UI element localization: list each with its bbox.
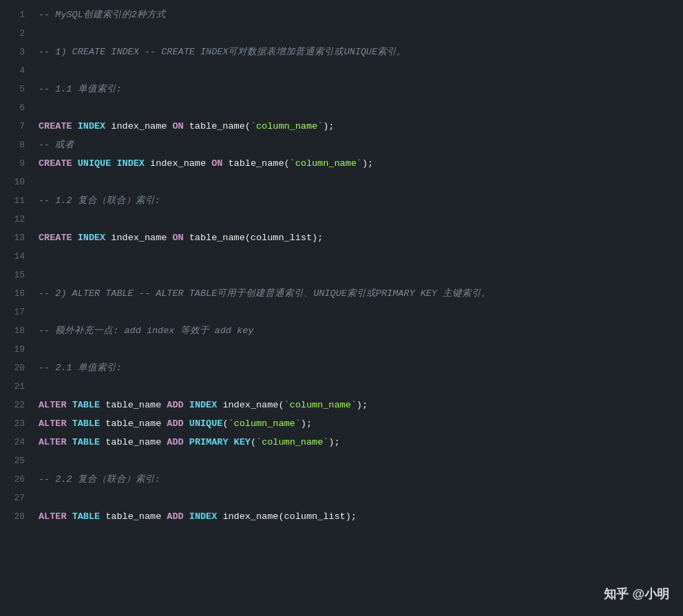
code-line: ALTER TABLE table_name ADD PRIMARY KEY(`… [39, 433, 683, 452]
line-number: 22 [0, 396, 33, 414]
identifier-token: table_name [100, 511, 167, 522]
comment-text: -- MySQL创建索引的2种方式 [39, 10, 166, 20]
comment-text: -- 额外补充一点: add index 等效于 add key [39, 326, 253, 336]
backtick-col-token: `column_name` [229, 418, 301, 429]
identifier-token [72, 233, 78, 243]
backtick-col-token: `column_name` [251, 121, 323, 131]
code-line: -- 1.2 复合（联合）索引: [39, 191, 683, 210]
line-number: 11 [0, 191, 33, 210]
keyword-alter-token: ALTER [39, 400, 67, 410]
identifier-token: index_name( [217, 400, 284, 410]
keyword-table-token: TABLE [72, 418, 101, 429]
line-numbers: 1234567891011121314151617181920212223242… [0, 0, 33, 616]
identifier-token [72, 158, 78, 169]
code-line: ALTER TABLE table_name ADD INDEX index_n… [39, 396, 683, 414]
identifier-token: ); [301, 418, 312, 429]
identifier-token [67, 511, 72, 522]
comment-text: -- 或者 [39, 140, 74, 150]
identifier-token: index_name [145, 158, 211, 169]
line-number: 8 [0, 136, 33, 154]
keyword-on-token: ON [172, 233, 183, 243]
keyword-table-token: TABLE [72, 437, 101, 447]
watermark: 知乎 @小明 [604, 586, 669, 602]
line-number: 16 [0, 284, 33, 303]
identifier-token: ); [323, 121, 334, 131]
line-number: 26 [0, 470, 33, 489]
line-number: 9 [0, 154, 33, 173]
line-number: 1 [0, 6, 33, 24]
code-line [39, 247, 683, 266]
code-line [39, 266, 683, 284]
code-line: CREATE INDEX index_name ON table_name(co… [39, 229, 683, 247]
keyword-add-token: ADD [167, 418, 183, 429]
keyword-add-token: ADD [167, 400, 183, 410]
keyword-index-token: INDEX [189, 511, 218, 522]
code-line [39, 489, 683, 507]
identifier-token [229, 437, 234, 447]
identifier-token: index_name(column_list); [217, 511, 357, 522]
identifier-token: ); [357, 400, 368, 410]
line-number: 28 [0, 507, 33, 526]
identifier-token [67, 418, 72, 429]
code-line: CREATE INDEX index_name ON table_name(`c… [39, 117, 683, 136]
code-line [39, 98, 683, 117]
line-number: 2 [0, 24, 33, 43]
line-number: 23 [0, 414, 33, 433]
backtick-col-token: `column_name` [256, 437, 328, 447]
line-number: 12 [0, 210, 33, 229]
code-line: -- 1) CREATE INDEX -- CREATE INDEX可对数据表增… [39, 43, 683, 61]
code-line: -- 2.2 复合（联合）索引: [39, 470, 683, 489]
comment-text: -- 2.1 单值索引: [39, 363, 122, 373]
keyword-create-token: CREATE [39, 121, 72, 131]
keyword-add-token: ADD [167, 511, 183, 522]
keyword-key-token: KEY [234, 437, 251, 447]
identifier-token: ( [251, 437, 256, 447]
comment-text: -- 1.1 单值索引: [39, 84, 122, 94]
line-number: 18 [0, 321, 33, 340]
code-editor: 1234567891011121314151617181920212223242… [0, 0, 683, 616]
code-content: -- MySQL创建索引的2种方式-- 1) CREATE INDEX -- C… [33, 0, 683, 616]
identifier-token: table_name( [222, 158, 289, 169]
identifier-token [67, 437, 72, 447]
keyword-alter-token: ALTER [39, 437, 67, 447]
code-line: -- 2.1 单值索引: [39, 359, 683, 377]
keyword-create-token: CREATE [39, 233, 72, 243]
code-line: -- 或者 [39, 136, 683, 154]
code-line [39, 173, 683, 191]
code-line [39, 210, 683, 229]
line-number: 20 [0, 359, 33, 377]
keyword-index-token: INDEX [116, 158, 145, 169]
code-line: ALTER TABLE table_name ADD UNIQUE(`colum… [39, 414, 683, 433]
line-number: 17 [0, 303, 33, 321]
line-number: 10 [0, 173, 33, 191]
keyword-on-token: ON [211, 158, 222, 169]
identifier-token: table_name [100, 400, 167, 410]
identifier-token: ( [222, 418, 228, 429]
code-line [39, 303, 683, 321]
backtick-col-token: `column_name` [290, 158, 362, 169]
line-number: 27 [0, 489, 33, 507]
keyword-alter-token: ALTER [39, 418, 67, 429]
identifier-token [72, 121, 78, 131]
identifier-token [184, 511, 189, 522]
line-number: 3 [0, 43, 33, 61]
line-number: 4 [0, 61, 33, 80]
identifier-token: table_name [100, 437, 167, 447]
line-number: 6 [0, 98, 33, 117]
identifier-token [184, 418, 189, 429]
line-number: 15 [0, 266, 33, 284]
keyword-primary-token: PRIMARY [189, 437, 229, 447]
comment-text: -- 2.2 复合（联合）索引: [39, 474, 160, 485]
identifier-token [184, 437, 189, 447]
code-line [39, 61, 683, 80]
code-line [39, 377, 683, 396]
line-number: 14 [0, 247, 33, 266]
line-number: 7 [0, 117, 33, 136]
identifier-token: ); [362, 158, 373, 169]
comment-text: -- 1) CREATE INDEX -- CREATE INDEX可对数据表增… [39, 47, 406, 57]
line-number: 19 [0, 340, 33, 359]
line-number: 5 [0, 80, 33, 98]
keyword-table-token: TABLE [72, 400, 101, 410]
identifier-token: table_name( [184, 121, 251, 131]
code-line: -- 额外补充一点: add index 等效于 add key [39, 321, 683, 340]
